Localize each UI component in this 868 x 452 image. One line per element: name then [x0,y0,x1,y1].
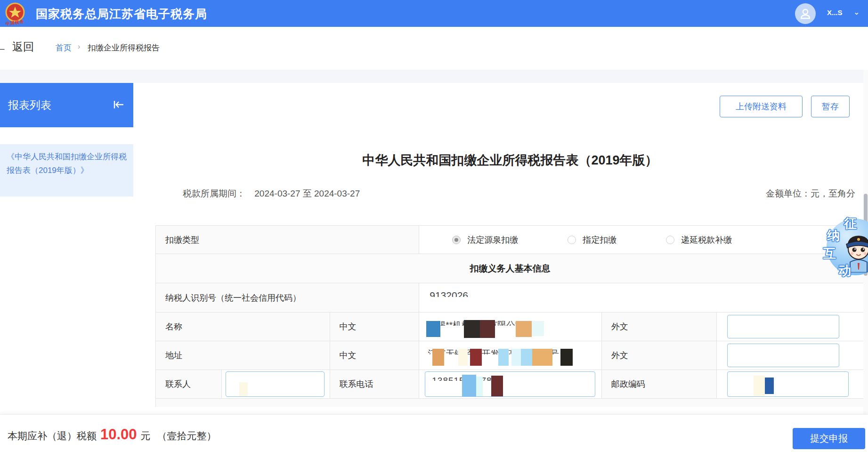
address-label: 地址 [156,341,330,370]
redaction-block [511,349,521,366]
redaction-block [516,321,532,337]
person-icon [799,8,811,20]
withholding-type-row: 扣缴类型 法定源泉扣缴 指定扣缴 递延税款补缴 [156,226,864,254]
sidebar-header: 报表列表 [0,83,133,127]
postal-cell [717,370,864,398]
contact-value: … [239,376,296,381]
sidebar-title: 报表列表 [8,98,51,113]
back-arrow-icon[interactable]: ← [0,40,7,55]
interaction-mascot-widget[interactable]: 征 纳 互 动 [823,217,868,277]
redaction-block [426,321,440,337]
phone-value: 13851568878 [432,376,545,381]
sidebar-collapse-icon[interactable] [114,100,124,109]
divider-strip [0,70,868,83]
name-fn-cell [717,312,864,341]
user-avatar[interactable] [795,3,816,24]
emblem-logo-icon: 中国税务 [3,1,30,29]
top-header: 中国税务 国家税务总局江苏省电子税务局 X...S ⌄ [0,0,868,27]
upload-attachments-button[interactable]: 上传附送资料 [720,96,803,117]
form-title: 中华人民共和国扣缴企业所得税报告表（2019年版） [155,152,865,169]
breadcrumb: ← 返回 首页 › 扣缴企业所得税报告 [0,27,868,70]
mascot-char-hu: 互 [823,245,836,262]
withholding-type-options: 法定源泉扣缴 指定扣缴 递延税款补缴 [419,226,864,254]
next-row-partial [156,399,864,407]
address-fn-input[interactable] [727,344,839,367]
tax-period-label: 税款所属期间： [183,189,245,198]
radio-designated[interactable]: 指定扣缴 [568,234,617,246]
form-table: 扣缴类型 法定源泉扣缴 指定扣缴 递延税款补缴 扣缴义务人基本信息 纳税人识别号… [155,225,865,407]
footer-bar: 本期应补（退）税额 10.00 元 （壹拾元整） 提交申报 [0,414,868,452]
site-title: 国家税务总局江苏省电子税务局 [36,6,207,22]
submit-declaration-button[interactable]: 提交申报 [793,428,865,449]
tax-period: 税款所属期间： 2024-03-27 至 2024-03-27 [183,188,360,200]
amount-unit-note: 金额单位：元，至角分 [766,188,855,200]
radio-statutory-source[interactable]: 法定源泉扣缴 [452,234,518,246]
name-cn-value-cell: 无锡**机械工业有限公司 [419,312,601,341]
taxpayer-id-value-cell: 9132026 [419,283,864,312]
tax-amount-words: （壹拾元整） [157,429,217,443]
user-name[interactable]: X...S [827,8,843,16]
radio-label: 递延税款补缴 [681,234,732,246]
radio-deferred[interactable]: 递延税款补缴 [666,234,732,246]
tax-amount-prefix: 本期应补（退）税额 [8,429,97,443]
radio-icon [568,236,576,244]
contact-cell: … [222,370,330,398]
redaction-block [480,320,495,338]
sidebar-item-report[interactable]: 《中华人民共和国扣缴企业所得税报告表（2019年版）》 [0,144,133,197]
address-row: 地址 中文 江苏无锡经济开发区高浪路105号 外文 [156,341,864,370]
contact-label: 联系人 [156,370,222,398]
mascot-char-zheng: 征 [844,215,857,232]
name-cn-value: 无锡**机械工业有限公司 [428,319,592,326]
redaction-block [476,377,483,396]
redaction-block [464,320,480,338]
redaction-block [239,382,248,396]
contact-row: 联系人 … 联系电话 13851568878 邮政编码 [156,370,864,399]
mascot-char-na: 纳 [827,227,840,244]
postal-input[interactable] [727,371,849,397]
back-button[interactable]: 返回 [12,40,34,54]
name-row: 名称 中文 无锡**机械工业有限公司 外文 [156,312,864,341]
name-fn-label: 外文 [602,312,717,341]
redaction-block [765,378,774,394]
address-fn-label: 外文 [602,341,717,370]
radio-label: 法定源泉扣缴 [467,234,518,246]
taxpayer-id-value: 9132026 [430,290,618,297]
tax-amount-unit: 元 [141,429,151,443]
tax-amount-value: 10.00 [100,426,137,443]
taxpayer-id-row: 纳税人识别号（统一社会信用代码） 9132026 [156,283,864,312]
breadcrumb-current: 扣缴企业所得税报告 [88,42,160,53]
breadcrumb-home-link[interactable]: 首页 [56,42,72,53]
address-fn-cell [717,341,864,370]
redaction-block [754,376,765,396]
redaction-block [462,375,476,397]
mascot-char-dong: 动 [838,262,851,279]
radio-label: 指定扣缴 [583,234,617,246]
radio-icon [666,236,674,244]
chevron-down-icon[interactable]: ⌄ [853,8,860,16]
redaction-block [532,349,552,366]
taxpayer-id-label: 纳税人识别号（统一社会信用代码） [156,283,419,312]
phone-input[interactable]: 13851568878 [425,371,595,397]
phone-cell: 13851568878 [419,370,601,398]
redaction-block [458,349,468,366]
phone-label: 联系电话 [330,370,420,398]
redaction-block [521,349,532,366]
redaction-block [432,349,444,366]
redaction-block [532,321,544,336]
redaction-block [491,376,503,397]
name-fn-input[interactable] [727,315,839,338]
radio-selected-icon [452,236,461,244]
withholding-type-label: 扣缴类型 [156,226,419,254]
name-label: 名称 [156,312,330,341]
postal-label: 邮政编码 [602,370,717,398]
contact-input[interactable]: … [226,371,324,397]
temp-save-button[interactable]: 暂存 [811,96,850,117]
redaction-block [498,349,509,366]
redaction-block [470,349,482,366]
tax-amount-line: 本期应补（退）税额 10.00 元 （壹拾元整） [8,426,217,443]
address-cn-value-cell: 江苏无锡经济开发区高浪路105号 [419,341,601,370]
section-title-basic-info: 扣缴义务人基本信息 [156,254,864,283]
name-cn-label: 中文 [330,312,420,341]
redaction-block [560,349,573,366]
address-cn-label: 中文 [330,341,420,370]
